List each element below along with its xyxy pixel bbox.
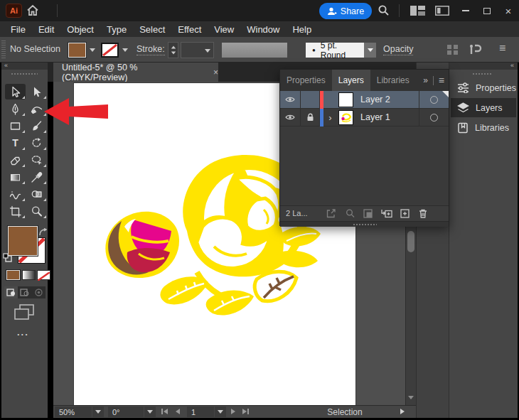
none-button[interactable] bbox=[37, 270, 50, 280]
rectangle-tool[interactable] bbox=[5, 118, 26, 134]
menu-file[interactable]: File bbox=[4, 24, 32, 35]
new-sublayer-icon[interactable] bbox=[380, 208, 392, 222]
expand-toggle[interactable] bbox=[323, 91, 337, 109]
dock-grip[interactable] bbox=[472, 72, 492, 75]
expand-toggle[interactable]: › bbox=[323, 109, 337, 126]
menu-object[interactable]: Object bbox=[60, 24, 100, 35]
collect-for-export-icon[interactable] bbox=[326, 208, 336, 222]
collapse-panel-icon[interactable]: « bbox=[1, 62, 8, 69]
align-options-icon[interactable] bbox=[446, 44, 459, 58]
fill-color-swatch[interactable] bbox=[68, 43, 86, 58]
opacity-label[interactable]: Opacity bbox=[383, 44, 413, 55]
zoom-level-chevron[interactable] bbox=[92, 406, 104, 417]
stroke-weight-label[interactable]: Stroke: bbox=[137, 44, 165, 55]
edit-toolbar-icon[interactable]: ... bbox=[17, 327, 29, 338]
zoom-level-field[interactable]: 50% bbox=[55, 406, 92, 417]
menu-help[interactable]: Help bbox=[286, 24, 318, 35]
stepper-up-icon[interactable] bbox=[171, 46, 175, 49]
new-layer-icon[interactable] bbox=[400, 208, 410, 222]
scroll-down-icon[interactable] bbox=[408, 396, 414, 399]
layer-row-layer2[interactable]: Layer 2 bbox=[280, 91, 449, 109]
stroke-color-swatch[interactable] bbox=[101, 43, 119, 58]
color-button[interactable] bbox=[6, 270, 20, 280]
stroke-weight-stepper[interactable] bbox=[168, 42, 178, 58]
dock-item-properties[interactable]: Properties bbox=[451, 78, 516, 97]
home-icon[interactable] bbox=[26, 4, 39, 19]
eraser-tool[interactable] bbox=[5, 152, 26, 168]
dock-item-layers[interactable]: Layers bbox=[451, 98, 516, 117]
control-bar-grip[interactable] bbox=[1, 41, 6, 59]
locate-object-icon[interactable] bbox=[345, 208, 355, 222]
selection-tool[interactable] bbox=[5, 84, 26, 99]
shape-builder-tool[interactable] bbox=[26, 186, 47, 202]
stroke-weight-dropdown[interactable] bbox=[181, 42, 214, 58]
next-artboard-icon[interactable] bbox=[231, 409, 235, 414]
layer-target[interactable] bbox=[419, 109, 449, 126]
delete-layer-icon[interactable] bbox=[418, 208, 428, 222]
layer-row-layer1[interactable]: › Layer 1 bbox=[280, 109, 449, 126]
scrollbar-thumb[interactable] bbox=[407, 231, 414, 252]
visibility-toggle[interactable] bbox=[280, 109, 301, 126]
rotate-tool[interactable] bbox=[26, 135, 47, 151]
gradient-button[interactable] bbox=[22, 270, 36, 280]
fill-proxy-swatch[interactable] bbox=[8, 226, 38, 256]
artboard-number-chevron[interactable] bbox=[215, 406, 226, 417]
zoom-tool[interactable] bbox=[26, 203, 47, 219]
lasso-tool[interactable] bbox=[26, 152, 47, 168]
shaper-tool[interactable] bbox=[5, 186, 26, 202]
brush-preset-chevron[interactable] bbox=[364, 43, 376, 58]
document-tab[interactable]: Untitled-5* @ 50 % (CMYK/Preview) × bbox=[53, 63, 218, 82]
lock-toggle[interactable] bbox=[301, 109, 320, 126]
layer-thumbnail[interactable] bbox=[337, 91, 355, 109]
draw-inside-mode[interactable] bbox=[32, 286, 46, 298]
type-tool[interactable]: T bbox=[5, 135, 26, 151]
toolbar-grip[interactable] bbox=[11, 72, 38, 75]
stepper-down-icon[interactable] bbox=[171, 52, 175, 55]
menu-type[interactable]: Type bbox=[100, 24, 133, 35]
collapse-dock-icon[interactable]: « bbox=[510, 62, 518, 69]
menu-select[interactable]: Select bbox=[133, 24, 171, 35]
maximize-button[interactable] bbox=[478, 4, 496, 17]
menu-edit[interactable]: Edit bbox=[32, 24, 60, 35]
dock-item-libraries[interactable]: Libraries bbox=[451, 118, 516, 137]
visibility-toggle[interactable] bbox=[280, 91, 301, 109]
make-clipping-mask-icon[interactable] bbox=[363, 208, 373, 222]
gradient-tool[interactable] bbox=[5, 169, 26, 185]
default-fill-stroke-icon[interactable] bbox=[3, 252, 12, 265]
minimize-button[interactable] bbox=[457, 4, 474, 17]
layer-name[interactable]: Layer 1 bbox=[355, 112, 419, 122]
lock-toggle[interactable] bbox=[301, 91, 320, 109]
eyedropper-tool[interactable] bbox=[26, 169, 47, 185]
workspace-switcher-icon[interactable] bbox=[410, 6, 425, 18]
close-button[interactable]: × bbox=[500, 4, 517, 17]
tab-properties[interactable]: Properties bbox=[280, 70, 332, 91]
status-bar-flyout-icon[interactable] bbox=[400, 409, 405, 414]
previous-artboard-icon[interactable] bbox=[176, 409, 180, 414]
panel-resize-grip[interactable] bbox=[280, 221, 449, 227]
tab-layers[interactable]: Layers bbox=[332, 70, 370, 91]
rotation-chevron[interactable] bbox=[144, 406, 156, 417]
screen-mode-icon[interactable] bbox=[14, 304, 34, 323]
rotation-field[interactable]: 0° bbox=[108, 406, 144, 417]
draw-normal-mode[interactable] bbox=[4, 286, 18, 298]
graphic-styles-icon[interactable] bbox=[469, 43, 482, 58]
pen-tool[interactable] bbox=[5, 101, 26, 117]
stroke-dropdown-chevron-icon[interactable] bbox=[122, 48, 128, 52]
layer-name[interactable]: Layer 2 bbox=[355, 95, 419, 104]
panel-overflow-icon[interactable]: » bbox=[423, 75, 428, 85]
draw-behind-mode[interactable] bbox=[18, 286, 31, 298]
menu-window[interactable]: Window bbox=[240, 24, 286, 35]
last-artboard-icon[interactable] bbox=[242, 409, 249, 414]
tab-libraries[interactable]: Libraries bbox=[370, 70, 416, 91]
tab-close-icon[interactable]: × bbox=[213, 68, 218, 77]
search-icon[interactable] bbox=[378, 4, 390, 19]
control-bar-menu-icon[interactable]: ≡ bbox=[499, 42, 505, 55]
brush-preset-dropdown[interactable]: ● 5 pt. Round bbox=[306, 43, 364, 58]
arrange-documents-icon[interactable] bbox=[435, 6, 449, 18]
fill-dropdown-chevron-icon[interactable] bbox=[90, 48, 95, 52]
menu-view[interactable]: View bbox=[208, 24, 240, 35]
share-button[interactable]: Share bbox=[319, 3, 372, 19]
swap-fill-stroke-icon[interactable] bbox=[38, 227, 47, 239]
first-artboard-icon[interactable] bbox=[161, 409, 168, 414]
panel-menu-icon[interactable]: ≡ bbox=[439, 75, 444, 86]
